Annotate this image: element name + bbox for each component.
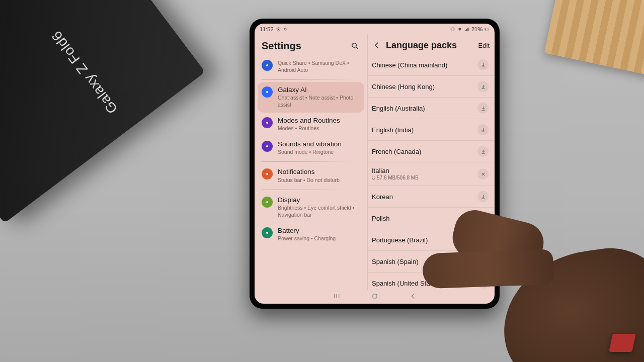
svg-rect-40 — [373, 294, 377, 298]
settings-item-title: Modes and Routines — [278, 117, 340, 125]
download-button[interactable] — [477, 146, 489, 157]
search-button[interactable] — [348, 39, 361, 52]
svg-point-8 — [266, 64, 268, 66]
language-row[interactable]: French (Canada) — [368, 141, 495, 162]
settings-item-icon — [262, 227, 273, 238]
language-name: French (Canada) — [372, 148, 421, 155]
language-row[interactable]: Chinese (China mainland) — [368, 54, 495, 76]
recents-icon — [333, 292, 341, 300]
language-packs-pane: Language packs Edit Chinese (China mainl… — [368, 34, 495, 290]
language-row[interactable]: Italian57.6 MB/506.8 MB — [368, 162, 495, 186]
download-icon — [480, 149, 486, 154]
battery-icon — [485, 27, 490, 32]
download-icon — [480, 259, 486, 264]
language-row[interactable]: Korean — [368, 186, 495, 208]
svg-point-0 — [277, 28, 279, 30]
settings-item-title: Display — [278, 196, 360, 204]
settings-item[interactable]: Quick Share • Samsung DeX • Android Auto — [258, 55, 364, 77]
settings-item-subtitle: Brightness • Eye comfort shield • Naviga… — [278, 205, 360, 218]
settings-item[interactable]: DisplayBrightness • Eye comfort shield •… — [258, 192, 364, 222]
status-clock: 11:52 — [260, 26, 274, 32]
download-button[interactable] — [477, 191, 489, 202]
phone-frame: 11:52 21% Settings Qu — [250, 19, 500, 309]
back-button[interactable] — [371, 39, 383, 51]
svg-point-11 — [266, 145, 268, 147]
svg-point-6 — [352, 43, 356, 47]
gear-icon — [276, 27, 281, 32]
settings-item-subtitle: Chat assist • Note assist • Photo assist — [278, 95, 360, 108]
section-divider — [262, 161, 360, 162]
language-row[interactable]: Portuguese (Brazil) — [368, 229, 495, 251]
channel-badge — [609, 334, 636, 352]
recents-button[interactable] — [333, 292, 341, 302]
svg-point-1 — [284, 28, 286, 30]
svg-point-13 — [266, 201, 268, 203]
settings-item[interactable]: Sounds and vibrationSound mode • Rington… — [258, 136, 364, 160]
settings-item[interactable]: Modes and RoutinesModes • Routines — [258, 113, 364, 136]
settings-item-subtitle: Quick Share • Samsung DeX • Android Auto — [278, 60, 360, 73]
settings-item-icon — [262, 141, 273, 152]
language-name: Chinese (China mainland) — [372, 61, 447, 69]
settings-item-subtitle: Power saving • Charging — [278, 235, 336, 242]
download-button[interactable] — [477, 103, 489, 114]
language-name: English (Australia) — [372, 105, 425, 112]
box-brand-text: Galaxy Z Fold6 — [48, 28, 121, 116]
download-progress: 57.6 MB/506.8 MB — [372, 175, 419, 180]
language-row[interactable]: English (India) — [368, 119, 495, 141]
download-icon — [480, 194, 486, 200]
language-name: English (India) — [372, 126, 414, 134]
language-name: Italian — [372, 167, 419, 174]
download-icon — [480, 127, 486, 133]
close-icon — [480, 171, 486, 177]
language-name: Spanish (Spain) — [372, 258, 419, 265]
chevron-left-icon — [409, 292, 417, 300]
edit-button[interactable]: Edit — [478, 42, 490, 49]
settings-item[interactable]: BatteryPower saving • Charging — [258, 223, 364, 246]
download-button[interactable] — [477, 256, 489, 267]
download-button[interactable] — [477, 59, 489, 70]
svg-point-14 — [266, 232, 268, 234]
download-button[interactable] — [477, 234, 489, 245]
svg-point-10 — [266, 122, 268, 124]
home-button[interactable] — [371, 292, 379, 302]
download-button[interactable] — [477, 81, 489, 92]
language-row[interactable]: Polish — [368, 208, 495, 229]
download-icon — [480, 62, 486, 68]
language-name: Korean — [372, 193, 393, 201]
home-icon — [371, 292, 379, 300]
page-title: Language packs — [386, 40, 475, 51]
settings-item[interactable]: Galaxy AIChat assist • Note assist • Pho… — [258, 82, 364, 112]
chevron-left-icon — [372, 41, 381, 50]
section-divider — [262, 79, 360, 80]
settings-item[interactable]: NotificationsStatus bar • Do not disturb — [258, 164, 364, 188]
settings-item-subtitle: Status bar • Do not disturb — [278, 177, 340, 184]
vibrate-icon — [450, 27, 455, 32]
language-row[interactable]: Chinese (Hong Kong) — [368, 76, 495, 98]
language-name: Chinese (Hong Kong) — [372, 83, 435, 90]
language-row[interactable]: English (Australia) — [368, 98, 495, 119]
settings-item-icon — [262, 168, 273, 179]
svg-rect-2 — [452, 27, 454, 31]
settings-title: Settings — [262, 40, 301, 52]
search-icon — [351, 42, 359, 50]
settings-item-icon — [262, 197, 273, 208]
signal-icon — [464, 27, 469, 32]
navigation-bar — [255, 290, 495, 304]
language-row[interactable]: Spanish (United States) — [368, 273, 495, 290]
nav-back-button[interactable] — [409, 292, 417, 302]
settings-item-title: Notifications — [278, 168, 340, 176]
download-button[interactable] — [477, 278, 489, 289]
wifi-icon — [457, 27, 462, 32]
svg-rect-4 — [485, 28, 486, 30]
language-row[interactable]: Spanish (Spain) — [368, 251, 495, 273]
download-icon — [480, 84, 486, 89]
cancel-download-button[interactable] — [477, 168, 489, 179]
svg-rect-5 — [489, 29, 489, 30]
status-bar: 11:52 21% — [255, 24, 495, 34]
download-icon — [480, 216, 486, 221]
download-button[interactable] — [477, 213, 489, 224]
download-button[interactable] — [477, 124, 489, 135]
section-divider — [262, 190, 360, 190]
gear-icon — [283, 27, 288, 32]
download-icon — [480, 281, 486, 286]
